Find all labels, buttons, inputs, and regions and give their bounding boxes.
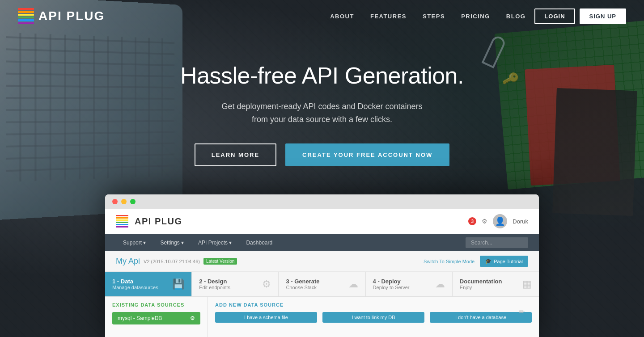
switch-mode-button[interactable]: Switch To Simple Mode	[424, 259, 475, 264]
step-tab-3---generate[interactable]: 3 - Generate Choose Stack ☁	[279, 272, 365, 296]
laptop-decoration	[0, 0, 182, 220]
app-header-left: API PLUG	[116, 215, 182, 227]
logo-bar	[18, 22, 34, 24]
user-name: Doruk	[513, 218, 528, 225]
app-lower: EXISTING DATA SOURCES mysql - SampleDB ⚙…	[105, 297, 539, 337]
step-tab-2---design[interactable]: 2 - Design Edit endpoints ⚙	[192, 272, 279, 296]
db-settings-icon: ⚙	[190, 315, 195, 321]
step-icon: ▦	[522, 278, 532, 290]
app-logo-bar	[116, 217, 128, 219]
header-actions: Switch To Simple Mode 🎓 Page Tutorial	[424, 256, 528, 267]
app-window: API PLUG 3 ⚙ 👤 Doruk Support ▾Settings ▾…	[105, 194, 539, 337]
settings-icon: ⚙	[482, 218, 487, 225]
step-tab-sub: Choose Stack	[286, 285, 319, 290]
step-tab-sub: Enjoy	[460, 285, 502, 290]
logo-bar	[18, 11, 34, 13]
login-button[interactable]: LOGIN	[534, 8, 575, 24]
learn-more-button[interactable]: LEARN MORE	[195, 143, 276, 166]
edit-icon[interactable]: ✏	[519, 308, 525, 316]
step-tab-title: 1 - Data	[112, 278, 158, 285]
app-header-right: 3 ⚙ 👤 Doruk	[468, 214, 528, 228]
logo-icon	[18, 8, 34, 24]
nav-link-about[interactable]: ABOUT	[330, 13, 354, 20]
step-tab-documentation[interactable]: Documentation Enjoy ▦	[453, 272, 539, 296]
step-tab-1---data[interactable]: 1 - Data Manage datasources 💾	[105, 272, 192, 296]
app-nav-settings-▾[interactable]: Settings ▾	[153, 234, 191, 251]
app-nav-dashboard[interactable]: Dashboard	[239, 234, 280, 251]
logo-bar	[18, 14, 34, 16]
add-datasource-title: ADD NEW DATA SOURCE	[215, 302, 532, 308]
step-tab-info: 3 - Generate Choose Stack	[286, 278, 319, 290]
signup-button[interactable]: SIGN UP	[580, 8, 626, 24]
step-tab-sub: Deploy to Server	[373, 285, 410, 290]
nav-link-steps[interactable]: STEPS	[423, 13, 445, 20]
app-logo-text: API PLUG	[135, 216, 182, 227]
nav-link-features[interactable]: FEATURES	[370, 13, 407, 20]
app-logo-bar	[116, 219, 128, 221]
app-logo-bar	[116, 224, 128, 225]
app-logo-icon	[116, 215, 128, 227]
api-name: My Api	[116, 257, 140, 266]
db-item[interactable]: mysql - SampleDB ⚙	[112, 312, 200, 324]
logo-bar	[18, 17, 34, 18]
step-tab-sub: Manage datasources	[112, 285, 158, 290]
step-tab-info: 2 - Design Edit endpoints	[199, 278, 230, 290]
step-tab-title: 3 - Generate	[286, 278, 319, 285]
step-tab-4---deploy[interactable]: 4 - Deploy Deploy to Server ☁	[366, 272, 453, 296]
app-logo-bar	[116, 222, 128, 223]
nav-link-blog[interactable]: BLOG	[506, 13, 526, 20]
create-account-button[interactable]: CREATE YOUR FREE ACCOUNT NOW	[285, 143, 449, 166]
app-nav-support-▾[interactable]: Support ▾	[116, 234, 153, 251]
hero-content: Hassle-free API Generation. Get deployme…	[165, 63, 479, 166]
content-header: My Api V2 (2015-10-07 21:04:46) Latest V…	[105, 251, 539, 272]
nav-links: ABOUTFEATURESSTEPSPRICINGBLOG	[330, 12, 525, 20]
step-icon: ☁	[348, 278, 358, 290]
existing-sources-title: EXISTING DATA SOURCES	[112, 302, 200, 308]
window-maximize-dot	[130, 199, 136, 204]
step-icon: 💾	[172, 278, 184, 290]
app-nav-api-projects-▾[interactable]: API Projects ▾	[191, 234, 239, 251]
datasource-option-i-don't-ha[interactable]: I don't have a database	[430, 312, 532, 323]
step-tab-title: Documentation	[460, 278, 502, 285]
logo-bar	[18, 19, 34, 21]
window-titlebar	[105, 194, 539, 209]
page-tutorial-label: Page Tutorial	[494, 259, 523, 264]
graduation-icon: 🎓	[485, 258, 491, 264]
app-navbar: Support ▾Settings ▾API Projects ▾Dashboa…	[105, 234, 539, 251]
api-title-row: My Api V2 (2015-10-07 21:04:46) Latest V…	[116, 257, 237, 266]
step-icon: ☁	[435, 278, 445, 290]
hero-subtitle: Get deployment-ready API codes and Docke…	[165, 100, 479, 126]
window-close-dot	[112, 199, 118, 204]
black-book	[552, 88, 637, 216]
hero-buttons: LEARN MORE CREATE YOUR FREE ACCOUNT NOW	[165, 143, 479, 166]
step-tab-info: Documentation Enjoy	[460, 278, 502, 290]
steps-tabs: 1 - Data Manage datasources 💾 2 - Design…	[105, 272, 539, 297]
logo-bar	[18, 8, 34, 10]
logo-area: API PLUG	[18, 8, 105, 24]
page-tutorial-button[interactable]: 🎓 Page Tutorial	[480, 256, 528, 267]
laptop-keys	[6, 33, 174, 182]
step-tab-sub: Edit endpoints	[199, 285, 230, 290]
existing-sources: EXISTING DATA SOURCES mysql - SampleDB ⚙	[105, 297, 208, 337]
step-tab-title: 2 - Design	[199, 278, 230, 285]
nav-link-pricing[interactable]: PRICING	[461, 13, 490, 20]
app-logo-bar	[116, 215, 128, 216]
step-tab-title: 4 - Deploy	[373, 278, 410, 285]
add-datasource: ADD NEW DATA SOURCE ✏ I have a schema fi…	[208, 297, 539, 337]
api-version: V2 (2015-10-07 21:04:46)	[144, 259, 200, 264]
app-header: API PLUG 3 ⚙ 👤 Doruk	[105, 209, 539, 234]
hero-title: Hassle-free API Generation.	[165, 63, 479, 89]
window-minimize-dot	[121, 199, 127, 204]
hero-section: 🔑 API PLUG ABOUTFEATURESSTEPSPRICINGBLOG…	[0, 0, 644, 337]
hero-subtitle-line2: from your data source with a few clicks.	[252, 115, 392, 124]
datasource-options: I have a schema fileI want to link my DB…	[215, 312, 532, 323]
app-logo-bar	[116, 226, 128, 227]
hero-subtitle-line1: Get deployment-ready API codes and Docke…	[221, 102, 422, 111]
app-search-input[interactable]	[466, 237, 528, 248]
step-tab-info: 4 - Deploy Deploy to Server	[373, 278, 410, 290]
datasource-option-i-have-a-s[interactable]: I have a schema file	[215, 312, 317, 323]
notification-badge: 3	[468, 217, 476, 225]
datasource-option-i-want-to-[interactable]: I want to link my DB	[322, 312, 424, 323]
add-section-inner: ADD NEW DATA SOURCE ✏ I have a schema fi…	[215, 302, 532, 323]
latest-version-badge: Latest Version	[203, 258, 237, 265]
